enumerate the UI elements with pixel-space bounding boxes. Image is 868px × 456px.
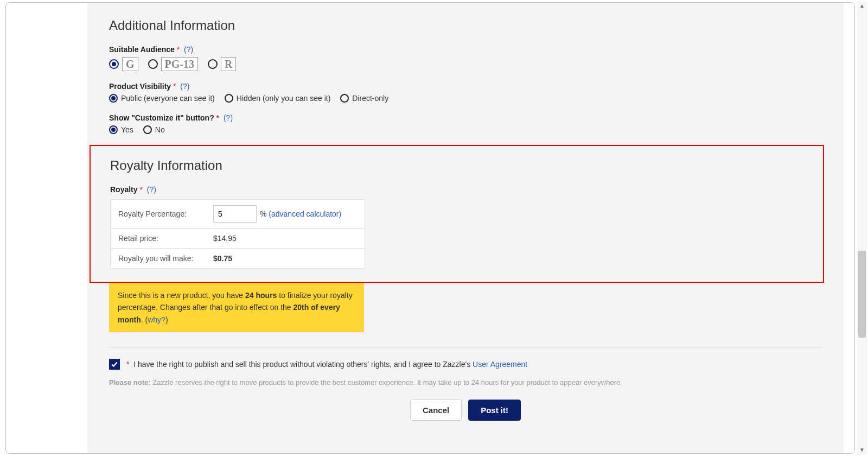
royalty-earn-label: Royalty you will make:: [118, 254, 213, 263]
royalty-label: Royalty * (?): [110, 185, 803, 194]
check-icon: [111, 360, 118, 368]
please-note-text: Zazzle reserves the right to move produc…: [151, 378, 622, 387]
option-label: Public (everyone can see it): [121, 94, 215, 103]
customize-options: Yes No: [109, 125, 822, 134]
required-asterisk: *: [139, 185, 142, 194]
required-asterisk: *: [177, 45, 180, 54]
visibility-field: Product Visibility * (?) Public (everyon…: [109, 82, 822, 103]
option-label: Direct-only: [352, 94, 388, 103]
radio-icon: [208, 59, 218, 69]
radio-icon: [109, 94, 118, 103]
customize-field: Show "Customize it" button? * (?) Yes No: [109, 113, 822, 134]
audience-help-icon[interactable]: (?): [184, 45, 193, 54]
royalty-table: Royalty Percentage: % (advanced calculat…: [110, 199, 365, 269]
agree-text: * I have the right to publish and sell t…: [126, 360, 527, 369]
cancel-button[interactable]: Cancel: [410, 400, 462, 421]
additional-info-heading: Additional Information: [109, 18, 822, 33]
royalty-highlight-box: Royalty Information Royalty * (?) Royalt…: [90, 145, 824, 283]
radio-icon: [143, 125, 152, 134]
scroll-up-arrow-icon[interactable]: ▲: [857, 1, 867, 11]
agree-checkbox[interactable]: [109, 359, 120, 370]
visibility-option-public[interactable]: Public (everyone can see it): [109, 94, 215, 103]
notice-bold-24h: 24 hours: [245, 291, 277, 300]
scrollbar[interactable]: ▲ ▼: [857, 1, 867, 455]
royalty-percentage-label: Royalty Percentage:: [118, 210, 213, 218]
rating-pg13-icon: PG-13: [161, 57, 198, 71]
option-label: Hidden (only you can see it): [237, 94, 331, 103]
royalty-label-text: Royalty: [110, 185, 138, 194]
audience-label-text: Suitable Audience: [109, 45, 175, 54]
visibility-label: Product Visibility * (?): [109, 82, 822, 91]
option-label: No: [155, 125, 165, 134]
visibility-options: Public (everyone can see it) Hidden (onl…: [109, 94, 822, 103]
form-panel: Additional Information Suitable Audience…: [87, 3, 844, 453]
royalty-percentage-input[interactable]: [213, 205, 257, 223]
radio-icon: [148, 59, 158, 69]
royalty-help-icon[interactable]: (?): [147, 185, 156, 194]
audience-option-pg13[interactable]: PG-13: [148, 57, 198, 71]
notice-text: . (: [141, 315, 148, 324]
audience-option-g[interactable]: G: [109, 57, 138, 71]
required-asterisk: *: [173, 82, 176, 91]
agree-text-body: I have the right to publish and sell thi…: [133, 360, 473, 369]
royalty-earn-row: Royalty you will make: $0.75: [111, 249, 365, 268]
scroll-down-arrow-icon[interactable]: ▼: [857, 445, 867, 455]
retail-price-row: Retail price: $14.95: [111, 229, 365, 249]
rating-g-icon: G: [122, 57, 138, 71]
retail-price-label: Retail price:: [118, 234, 213, 243]
audience-option-r[interactable]: R: [208, 57, 236, 71]
customize-label: Show "Customize it" button? * (?): [109, 113, 822, 122]
option-label: Yes: [121, 125, 133, 134]
please-note: Please note: Zazzle reserves the right t…: [109, 378, 822, 387]
customize-label-text: Show "Customize it" button?: [109, 113, 214, 122]
please-note-label: Please note:: [109, 378, 151, 387]
post-button[interactable]: Post it!: [468, 400, 521, 421]
radio-icon: [340, 94, 349, 103]
radio-icon: [109, 125, 118, 134]
royalty-heading: Royalty Information: [110, 158, 803, 173]
customize-help-icon[interactable]: (?): [224, 113, 233, 122]
radio-icon: [109, 59, 119, 69]
audience-label: Suitable Audience * (?): [109, 45, 822, 54]
required-asterisk: *: [216, 113, 219, 122]
visibility-option-direct[interactable]: Direct-only: [340, 94, 388, 103]
advanced-calculator-link[interactable]: (advanced calculator): [269, 210, 341, 218]
notice-text: ): [165, 315, 168, 324]
royalty-percentage-row: Royalty Percentage: % (advanced calculat…: [111, 200, 365, 229]
scroll-thumb[interactable]: [858, 251, 866, 338]
separator: [109, 347, 822, 348]
radio-icon: [225, 94, 233, 103]
action-buttons: Cancel Post it!: [109, 400, 822, 421]
retail-price-value: $14.95: [213, 234, 237, 243]
royalty-earn-value: $0.75: [213, 254, 232, 263]
content-frame: Additional Information Suitable Audience…: [5, 2, 855, 454]
customize-option-yes[interactable]: Yes: [109, 125, 133, 134]
notice-why-link[interactable]: why?: [148, 315, 165, 324]
royalty-notice: Since this is a new product, you have 24…: [109, 283, 364, 332]
percent-symbol: %: [260, 210, 266, 218]
audience-field: Suitable Audience * (?) G PG-13: [109, 45, 822, 71]
user-agreement-link[interactable]: User Agreement: [473, 360, 527, 369]
agree-row: * I have the right to publish and sell t…: [109, 359, 822, 370]
audience-options: G PG-13 R: [109, 57, 822, 71]
customize-option-no[interactable]: No: [143, 125, 165, 134]
visibility-label-text: Product Visibility: [109, 82, 171, 91]
rating-r-icon: R: [221, 57, 236, 71]
required-asterisk: *: [126, 360, 129, 369]
visibility-help-icon[interactable]: (?): [180, 82, 189, 91]
notice-text: Since this is a new product, you have: [118, 291, 245, 300]
visibility-option-hidden[interactable]: Hidden (only you can see it): [225, 94, 331, 103]
viewport: Additional Information Suitable Audience…: [0, 0, 868, 456]
